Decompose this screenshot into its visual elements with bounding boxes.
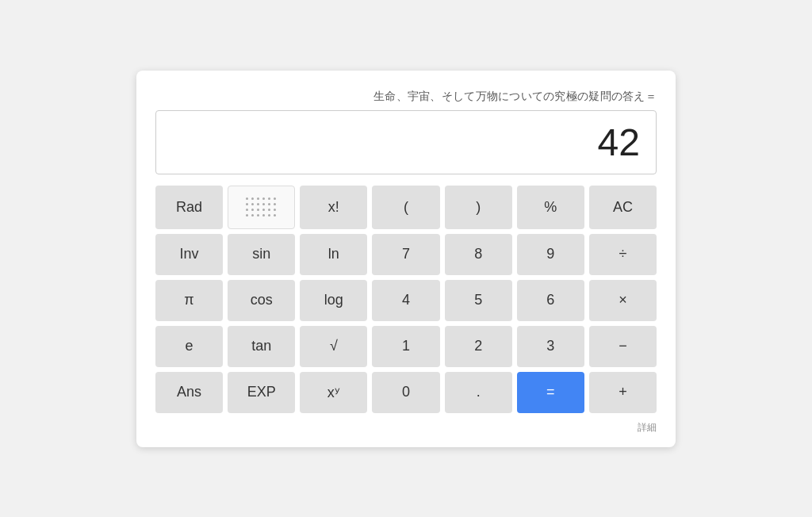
2-button[interactable]: 2 (445, 326, 512, 367)
close-paren-button[interactable]: ) (445, 186, 512, 229)
factorial-button[interactable]: x! (300, 186, 367, 229)
3-button[interactable]: 3 (517, 326, 584, 367)
rad-button[interactable]: Rad (155, 186, 223, 229)
pi-button[interactable]: π (155, 280, 223, 321)
decimal-button[interactable]: . (445, 372, 512, 413)
footer-link[interactable]: 詳細 (155, 421, 657, 435)
tan-button[interactable]: tan (228, 326, 295, 367)
0-button[interactable]: 0 (372, 372, 439, 413)
cos-button[interactable]: cos (228, 280, 295, 321)
dots-button[interactable] (228, 186, 295, 229)
ac-button[interactable]: AC (589, 186, 657, 229)
e-button[interactable]: e (155, 326, 223, 367)
1-button[interactable]: 1 (372, 326, 439, 367)
8-button[interactable]: 8 (445, 234, 512, 275)
calculator: 生命、宇宙、そして万物についての究極の疑問の答え＝ 42 Radx!()%ACI… (136, 71, 676, 447)
log-button[interactable]: log (300, 280, 367, 321)
minus-button[interactable]: − (589, 326, 657, 367)
equals-button[interactable]: = (517, 372, 584, 413)
9-button[interactable]: 9 (517, 234, 584, 275)
inv-button[interactable]: Inv (155, 234, 223, 275)
display-value: 42 (598, 121, 640, 164)
divide-button[interactable]: ÷ (589, 234, 657, 275)
subtitle-text: 生命、宇宙、そして万物についての究極の疑問の答え＝ (155, 90, 657, 104)
display: 42 (155, 110, 657, 174)
7-button[interactable]: 7 (372, 234, 439, 275)
sqrt-button[interactable]: √ (300, 326, 367, 367)
plus-button[interactable]: + (589, 372, 657, 413)
button-grid: Radx!()%ACInvsinln789÷πcoslog456×etan√12… (155, 186, 657, 413)
5-button[interactable]: 5 (445, 280, 512, 321)
ln-button[interactable]: ln (300, 234, 367, 275)
open-paren-button[interactable]: ( (372, 186, 439, 229)
4-button[interactable]: 4 (372, 280, 439, 321)
sin-button[interactable]: sin (228, 234, 295, 275)
exp-button[interactable]: EXP (228, 372, 295, 413)
multiply-button[interactable]: × (589, 280, 657, 321)
power-button[interactable]: xʸ (300, 372, 367, 413)
percent-button[interactable]: % (517, 186, 584, 229)
ans-button[interactable]: Ans (155, 372, 223, 413)
6-button[interactable]: 6 (517, 280, 584, 321)
